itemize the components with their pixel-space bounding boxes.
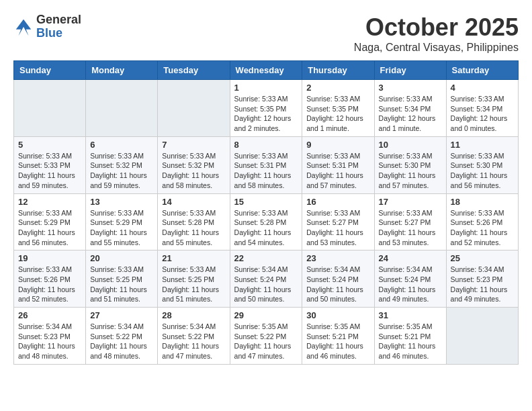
day-number: 12 — [18, 197, 81, 207]
day-number: 23 — [306, 253, 369, 263]
day-number: 31 — [379, 310, 442, 320]
day-cell: 13Sunrise: 5:33 AM Sunset: 5:29 PM Dayli… — [86, 193, 158, 250]
day-number: 13 — [90, 197, 153, 207]
logo-icon — [13, 17, 34, 37]
day-cell: 14Sunrise: 5:33 AM Sunset: 5:28 PM Dayli… — [158, 193, 230, 250]
header-day-friday: Friday — [374, 61, 446, 80]
logo: General Blue — [13, 13, 81, 40]
header-day-monday: Monday — [86, 61, 158, 80]
header-day-wednesday: Wednesday — [230, 61, 302, 80]
day-info: Sunrise: 5:33 AM Sunset: 5:35 PM Dayligh… — [306, 94, 369, 134]
day-info: Sunrise: 5:33 AM Sunset: 5:33 PM Dayligh… — [18, 151, 81, 191]
day-info: Sunrise: 5:34 AM Sunset: 5:24 PM Dayligh… — [306, 265, 369, 304]
day-cell: 6Sunrise: 5:33 AM Sunset: 5:32 PM Daylig… — [86, 136, 158, 193]
day-number: 28 — [162, 310, 225, 320]
location: Naga, Central Visayas, Philippines — [354, 42, 519, 54]
day-number: 7 — [162, 140, 225, 150]
day-cell: 15Sunrise: 5:33 AM Sunset: 5:28 PM Dayli… — [230, 193, 302, 250]
calendar-header: SundayMondayTuesdayWednesdayThursdayFrid… — [14, 61, 519, 80]
month-title: October 2025 — [354, 13, 519, 42]
day-cell: 21Sunrise: 5:33 AM Sunset: 5:25 PM Dayli… — [158, 250, 230, 308]
day-cell: 4Sunrise: 5:33 AM Sunset: 5:34 PM Daylig… — [446, 80, 518, 137]
day-info: Sunrise: 5:33 AM Sunset: 5:30 PM Dayligh… — [379, 151, 442, 191]
svg-marker-0 — [16, 19, 32, 36]
day-number: 20 — [90, 253, 153, 263]
day-number: 16 — [306, 197, 369, 207]
day-cell: 22Sunrise: 5:34 AM Sunset: 5:24 PM Dayli… — [230, 250, 302, 308]
day-info: Sunrise: 5:33 AM Sunset: 5:27 PM Dayligh… — [306, 208, 369, 248]
day-cell: 11Sunrise: 5:33 AM Sunset: 5:30 PM Dayli… — [446, 136, 518, 193]
day-number: 2 — [306, 83, 369, 93]
day-info: Sunrise: 5:33 AM Sunset: 5:25 PM Dayligh… — [90, 265, 153, 304]
day-number: 19 — [18, 253, 81, 263]
day-info: Sunrise: 5:33 AM Sunset: 5:26 PM Dayligh… — [451, 208, 514, 248]
day-cell: 3Sunrise: 5:33 AM Sunset: 5:34 PM Daylig… — [374, 80, 446, 137]
day-info: Sunrise: 5:33 AM Sunset: 5:35 PM Dayligh… — [234, 94, 298, 134]
day-cell: 19Sunrise: 5:33 AM Sunset: 5:26 PM Dayli… — [14, 250, 86, 308]
day-info: Sunrise: 5:33 AM Sunset: 5:29 PM Dayligh… — [18, 208, 81, 248]
day-cell — [14, 80, 86, 137]
day-cell — [446, 308, 518, 365]
day-cell: 12Sunrise: 5:33 AM Sunset: 5:29 PM Dayli… — [14, 193, 86, 250]
day-cell: 5Sunrise: 5:33 AM Sunset: 5:33 PM Daylig… — [14, 136, 86, 193]
day-cell — [86, 80, 158, 137]
day-cell: 1Sunrise: 5:33 AM Sunset: 5:35 PM Daylig… — [230, 80, 302, 137]
day-info: Sunrise: 5:33 AM Sunset: 5:25 PM Dayligh… — [162, 265, 225, 304]
title-block: October 2025 Naga, Central Visayas, Phil… — [354, 13, 519, 54]
day-cell: 16Sunrise: 5:33 AM Sunset: 5:27 PM Dayli… — [302, 193, 374, 250]
day-number: 3 — [379, 83, 442, 93]
day-number: 6 — [90, 140, 153, 150]
day-cell: 25Sunrise: 5:34 AM Sunset: 5:23 PM Dayli… — [446, 250, 518, 308]
day-number: 29 — [234, 310, 298, 320]
week-row-4: 26Sunrise: 5:34 AM Sunset: 5:23 PM Dayli… — [14, 308, 519, 365]
week-row-1: 5Sunrise: 5:33 AM Sunset: 5:33 PM Daylig… — [14, 136, 519, 193]
day-info: Sunrise: 5:34 AM Sunset: 5:23 PM Dayligh… — [18, 322, 81, 361]
header-day-thursday: Thursday — [302, 61, 374, 80]
logo-text: General Blue — [36, 13, 81, 40]
day-cell: 30Sunrise: 5:35 AM Sunset: 5:21 PM Dayli… — [302, 308, 374, 365]
day-info: Sunrise: 5:33 AM Sunset: 5:27 PM Dayligh… — [379, 208, 442, 248]
day-info: Sunrise: 5:34 AM Sunset: 5:23 PM Dayligh… — [451, 265, 514, 304]
day-info: Sunrise: 5:35 AM Sunset: 5:21 PM Dayligh… — [306, 322, 369, 361]
page-header: General Blue October 2025 Naga, Central … — [13, 13, 519, 54]
header-row: SundayMondayTuesdayWednesdayThursdayFrid… — [14, 61, 519, 80]
week-row-0: 1Sunrise: 5:33 AM Sunset: 5:35 PM Daylig… — [14, 80, 519, 137]
header-day-sunday: Sunday — [14, 61, 86, 80]
day-info: Sunrise: 5:33 AM Sunset: 5:30 PM Dayligh… — [451, 151, 514, 191]
day-cell — [158, 80, 230, 137]
day-cell: 24Sunrise: 5:34 AM Sunset: 5:24 PM Dayli… — [374, 250, 446, 308]
logo-blue: Blue — [36, 27, 81, 40]
day-info: Sunrise: 5:34 AM Sunset: 5:24 PM Dayligh… — [379, 265, 442, 304]
calendar-body: 1Sunrise: 5:33 AM Sunset: 5:35 PM Daylig… — [14, 80, 519, 365]
logo-general: General — [36, 13, 81, 27]
day-number: 10 — [379, 140, 442, 150]
day-cell: 18Sunrise: 5:33 AM Sunset: 5:26 PM Dayli… — [446, 193, 518, 250]
day-number: 21 — [162, 253, 225, 263]
day-cell: 17Sunrise: 5:33 AM Sunset: 5:27 PM Dayli… — [374, 193, 446, 250]
day-info: Sunrise: 5:33 AM Sunset: 5:26 PM Dayligh… — [18, 265, 81, 304]
day-number: 1 — [234, 83, 298, 93]
day-info: Sunrise: 5:33 AM Sunset: 5:28 PM Dayligh… — [162, 208, 225, 248]
week-row-2: 12Sunrise: 5:33 AM Sunset: 5:29 PM Dayli… — [14, 193, 519, 250]
day-number: 9 — [306, 140, 369, 150]
day-cell: 27Sunrise: 5:34 AM Sunset: 5:22 PM Dayli… — [86, 308, 158, 365]
day-number: 30 — [306, 310, 369, 320]
day-info: Sunrise: 5:33 AM Sunset: 5:28 PM Dayligh… — [234, 208, 298, 248]
day-cell: 8Sunrise: 5:33 AM Sunset: 5:31 PM Daylig… — [230, 136, 302, 193]
day-info: Sunrise: 5:35 AM Sunset: 5:22 PM Dayligh… — [234, 322, 298, 361]
day-number: 26 — [18, 310, 81, 320]
day-number: 24 — [379, 253, 442, 263]
day-number: 14 — [162, 197, 225, 207]
day-info: Sunrise: 5:33 AM Sunset: 5:34 PM Dayligh… — [451, 94, 514, 134]
day-number: 15 — [234, 197, 298, 207]
day-info: Sunrise: 5:33 AM Sunset: 5:29 PM Dayligh… — [90, 208, 153, 248]
day-number: 25 — [451, 253, 514, 263]
day-info: Sunrise: 5:33 AM Sunset: 5:32 PM Dayligh… — [90, 151, 153, 191]
day-cell: 23Sunrise: 5:34 AM Sunset: 5:24 PM Dayli… — [302, 250, 374, 308]
day-number: 18 — [451, 197, 514, 207]
day-cell: 26Sunrise: 5:34 AM Sunset: 5:23 PM Dayli… — [14, 308, 86, 365]
day-info: Sunrise: 5:33 AM Sunset: 5:32 PM Dayligh… — [162, 151, 225, 191]
day-info: Sunrise: 5:34 AM Sunset: 5:22 PM Dayligh… — [90, 322, 153, 361]
day-cell: 28Sunrise: 5:34 AM Sunset: 5:22 PM Dayli… — [158, 308, 230, 365]
day-cell: 10Sunrise: 5:33 AM Sunset: 5:30 PM Dayli… — [374, 136, 446, 193]
